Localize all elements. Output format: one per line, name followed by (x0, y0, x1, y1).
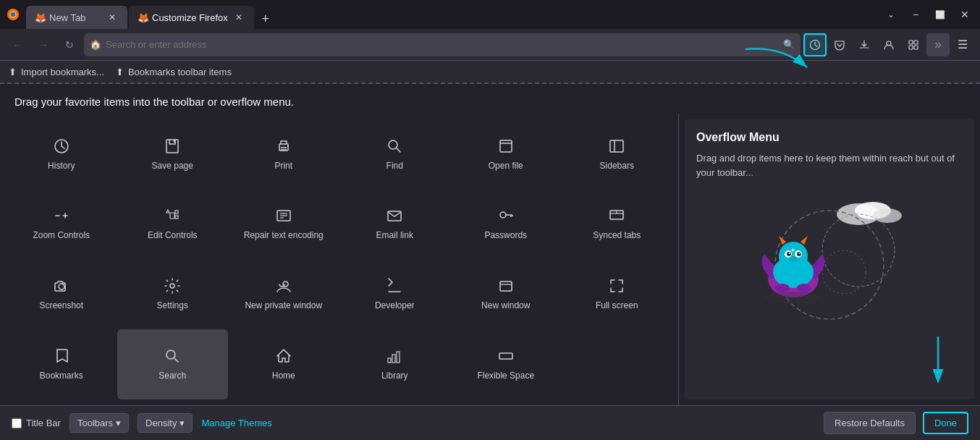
print-icon (275, 138, 292, 155)
restore-defaults-button[interactable]: Restore Defaults (824, 412, 916, 434)
url-shield-icon: 🏠 (90, 39, 101, 50)
grid-item-bookmarks[interactable]: Bookmarks (6, 329, 117, 399)
grid-item-screenshot[interactable]: Screenshot (6, 260, 117, 330)
svg-point-42 (166, 350, 175, 359)
bookmarks-toolbar-items[interactable]: ⬆ Bookmarks toolbar items (116, 67, 232, 77)
tab-title-new-tab: New Tab (49, 12, 101, 23)
grid-item-library[interactable]: Library (339, 329, 451, 399)
grid-item-home-label: Home (272, 371, 295, 382)
grid-item-passwords-label: Passwords (484, 230, 527, 242)
grid-item-print[interactable]: Print (228, 119, 339, 190)
grid-item-find[interactable]: Find (339, 119, 451, 190)
new-tab-button[interactable]: + (255, 9, 276, 29)
grid-item-save-page-label: Save page (152, 161, 193, 172)
svg-point-53 (822, 250, 866, 294)
minimize-button[interactable]: − (906, 5, 925, 24)
maximize-button[interactable]: ⬜ (931, 5, 950, 24)
grid-item-settings[interactable]: Settings (117, 260, 229, 330)
import-icon: ⬆ (9, 67, 17, 77)
overflow-panel-title: Overflow Menu (696, 131, 963, 144)
overflow-illustration: ★ (696, 192, 963, 323)
grid-item-save-page[interactable]: Save page (117, 119, 229, 190)
library-icon (386, 347, 403, 365)
save-page-icon (164, 138, 181, 155)
title-bar-checkbox[interactable] (12, 418, 22, 428)
grid-item-search[interactable]: Search (117, 329, 229, 399)
search-icon: 🔍 (783, 39, 795, 50)
downloads-icon-button[interactable] (853, 33, 876, 56)
title-bar-checkbox-label[interactable]: Title Bar (12, 418, 61, 428)
overflow-panel-description: Drag and drop items here to keep them wi… (696, 151, 963, 179)
grid-item-settings-label: Settings (157, 300, 188, 312)
svg-point-39 (170, 284, 174, 288)
svg-point-3 (11, 12, 15, 17)
svg-point-38 (59, 284, 64, 289)
hamburger-menu-button[interactable]: ☰ (951, 33, 974, 56)
density-dropdown[interactable]: Density ▾ (138, 413, 193, 433)
grid-item-open-file[interactable]: Open file (450, 119, 562, 190)
import-bookmarks-item[interactable]: ⬆ Import bookmarks... (9, 67, 104, 77)
grid-item-flexible-space[interactable]: Flexible Space (450, 329, 562, 399)
density-chevron-icon: ▾ (179, 418, 185, 428)
grid-item-repair-text-label: Repair text encoding (244, 230, 324, 242)
bookmarks-bar: ⬆ Import bookmarks... ⬆ Bookmarks toolba… (0, 61, 980, 84)
zoom-controls-icon (53, 207, 70, 224)
svg-point-50 (873, 208, 902, 223)
grid-item-history[interactable]: History (6, 119, 117, 190)
grid-item-repair-text[interactable]: Repair text encoding (228, 190, 339, 260)
tab-close-new-tab[interactable]: ✕ (106, 11, 119, 24)
url-bar[interactable]: 🏠 🔍 (84, 33, 801, 56)
grid-item-sidebars[interactable]: Sidebars (562, 119, 673, 190)
grid-item-zoom-controls[interactable]: Zoom Controls (6, 190, 117, 260)
svg-rect-46 (397, 352, 400, 363)
tab-customize[interactable]: 🦊 Customize Firefox ✕ (129, 6, 254, 29)
svg-rect-44 (388, 358, 391, 363)
grid-item-history-label: History (48, 161, 75, 172)
svg-point-62 (799, 253, 801, 254)
home-icon (275, 347, 292, 365)
close-button[interactable]: ✕ (955, 5, 974, 24)
grid-item-edit-controls[interactable]: Edit Controls (117, 190, 229, 260)
grid-item-empty (562, 329, 673, 399)
manage-themes-link[interactable]: Manage Themes (201, 418, 271, 428)
overflow-menu-button[interactable]: » (926, 33, 950, 56)
account-icon-button[interactable] (877, 33, 900, 56)
url-input[interactable] (106, 39, 779, 50)
grid-item-full-screen[interactable]: Full screen (562, 260, 673, 330)
items-grid-container: History Save page (0, 114, 980, 405)
svg-rect-8 (909, 46, 913, 49)
items-grid: History Save page (0, 114, 679, 405)
svg-point-14 (287, 145, 289, 147)
grid-item-passwords[interactable]: Passwords (450, 190, 562, 260)
grid-item-synced-tabs[interactable]: Synced tabs (562, 190, 673, 260)
open-file-icon (497, 138, 515, 155)
search-grid-icon (164, 347, 181, 365)
back-button[interactable]: ← (6, 33, 29, 56)
tab-new-tab[interactable]: 🦊 New Tab ✕ (26, 6, 127, 29)
toolbars-dropdown[interactable]: Toolbars ▾ (69, 413, 129, 433)
grid-item-email-link[interactable]: Email link (339, 190, 451, 260)
title-bar-label-text: Title Bar (26, 418, 61, 428)
history-icon-button[interactable] (803, 33, 827, 56)
passwords-icon (497, 207, 515, 224)
chevron-down-icon[interactable]: ⌄ (882, 5, 900, 24)
tab-close-customize[interactable]: ✕ (232, 11, 245, 24)
svg-rect-18 (610, 140, 623, 152)
grid-item-new-window-label: New window (481, 300, 530, 312)
forward-button[interactable]: → (32, 33, 55, 56)
new-private-window-icon (275, 277, 292, 295)
grid-item-new-private-window[interactable]: New private window (228, 260, 339, 330)
svg-rect-17 (500, 140, 512, 152)
svg-rect-7 (914, 41, 918, 44)
done-button[interactable]: Done (923, 412, 968, 434)
sidebars-icon (608, 138, 625, 155)
grid-item-home[interactable]: Home (228, 329, 339, 399)
grid-item-new-window[interactable]: New window (450, 260, 562, 330)
grid-item-developer[interactable]: Developer (339, 260, 451, 330)
pocket-icon-button[interactable] (828, 33, 851, 56)
extensions-icon-button[interactable] (902, 33, 925, 56)
tabs-container: 🦊 New Tab ✕ 🦊 Customize Firefox ✕ + (26, 0, 876, 29)
refresh-button[interactable]: ↻ (58, 33, 81, 56)
bottom-bar: Title Bar Toolbars ▾ Density ▾ Manage Th… (0, 405, 980, 440)
grid-item-new-private-window-label: New private window (245, 300, 322, 312)
